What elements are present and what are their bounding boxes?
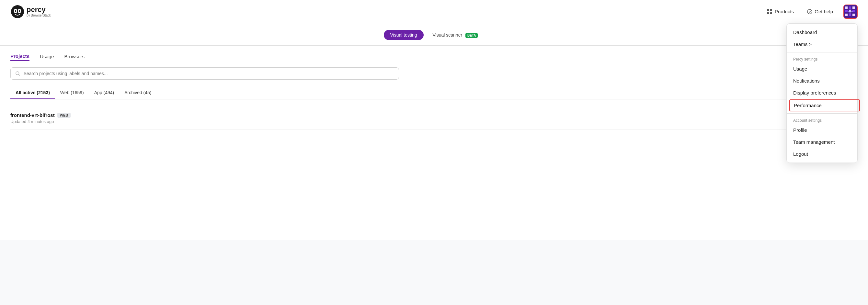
- percy-logo-icon: [10, 4, 25, 19]
- dropdown-item-team-management[interactable]: Team management: [787, 136, 857, 148]
- avatar-button[interactable]: [843, 4, 858, 19]
- svg-point-4: [19, 10, 21, 12]
- beta-badge: BETA: [465, 33, 478, 38]
- svg-rect-18: [845, 13, 847, 16]
- svg-line-24: [19, 74, 20, 76]
- gear-icon: [807, 9, 813, 14]
- dropdown-item-usage[interactable]: Usage: [787, 63, 857, 75]
- products-button[interactable]: Products: [764, 6, 797, 17]
- avatar-icon: [844, 5, 857, 18]
- get-help-button[interactable]: Get help: [804, 7, 836, 17]
- svg-point-9: [807, 9, 812, 14]
- nav-browsers[interactable]: Browsers: [64, 54, 85, 61]
- dropdown-item-notifications[interactable]: Notifications: [787, 75, 857, 87]
- svg-rect-8: [770, 12, 772, 14]
- svg-rect-12: [845, 6, 847, 9]
- tab-visual-scanner[interactable]: Visual scanner BETA: [426, 30, 485, 40]
- projects-section: Projects Usage Browsers All active (2153…: [0, 45, 868, 240]
- table-row: frontend-vrt-bifrost WEB Updated 4 minut…: [10, 107, 858, 129]
- svg-rect-7: [767, 12, 769, 14]
- dropdown-item-profile[interactable]: Profile: [787, 124, 857, 136]
- svg-rect-6: [770, 9, 772, 11]
- project-meta: Updated 4 minutes ago: [10, 119, 71, 124]
- dropdown-menu: Dashboard Teams > Percy settings Usage N…: [786, 23, 858, 163]
- svg-rect-19: [849, 13, 851, 16]
- svg-rect-5: [767, 9, 769, 11]
- search-icon: [15, 71, 21, 76]
- section-nav: Projects Usage Browsers: [10, 54, 858, 61]
- filter-archived[interactable]: Archived (45): [119, 87, 156, 99]
- dropdown-item-logout[interactable]: Logout: [787, 148, 857, 160]
- dropdown-item-display-preferences[interactable]: Display preferences: [787, 87, 857, 99]
- dropdown-section-account: Account settings: [787, 116, 857, 124]
- app-header: percy by BrowserStack Products Get help: [0, 0, 868, 23]
- products-label: Products: [775, 9, 794, 14]
- search-input[interactable]: [24, 71, 394, 76]
- filter-app[interactable]: App (494): [89, 87, 119, 99]
- logo-percy-text: percy: [27, 6, 51, 13]
- header-right: Products Get help: [764, 4, 858, 19]
- svg-rect-22: [848, 11, 853, 12]
- svg-rect-14: [852, 6, 855, 9]
- nav-usage[interactable]: Usage: [40, 54, 54, 61]
- dropdown-separator-2: [787, 113, 857, 114]
- project-info: frontend-vrt-bifrost WEB Updated 4 minut…: [10, 112, 71, 124]
- filter-web[interactable]: Web (1659): [55, 87, 89, 99]
- logo-text: percy by BrowserStack: [27, 6, 51, 17]
- nav-projects[interactable]: Projects: [10, 54, 29, 61]
- dropdown-item-dashboard[interactable]: Dashboard: [787, 26, 857, 38]
- svg-point-23: [16, 71, 19, 75]
- svg-rect-13: [849, 6, 851, 9]
- project-name: frontend-vrt-bifrost WEB: [10, 112, 71, 118]
- dropdown-section-percy: Percy settings: [787, 54, 857, 63]
- logo-area: percy by BrowserStack: [10, 4, 51, 19]
- dropdown-item-performance[interactable]: Performance: [789, 99, 860, 111]
- svg-point-0: [11, 5, 24, 18]
- svg-point-3: [15, 10, 17, 12]
- filter-tabs: All active (2153) Web (1659) App (494) A…: [10, 87, 858, 99]
- tab-visual-testing[interactable]: Visual testing: [384, 30, 424, 40]
- tab-bar: Visual testing Visual scanner BETA: [0, 23, 868, 45]
- svg-rect-15: [845, 10, 847, 12]
- grid-icon: [766, 8, 773, 15]
- logo-sub-text: by BrowserStack: [27, 13, 51, 17]
- svg-rect-17: [852, 10, 855, 12]
- svg-point-10: [809, 11, 810, 12]
- dropdown-item-teams[interactable]: Teams >: [787, 38, 857, 50]
- filter-all-active[interactable]: All active (2153): [10, 87, 55, 99]
- dropdown-separator-1: [787, 52, 857, 53]
- svg-rect-20: [852, 13, 855, 16]
- search-bar: [10, 67, 399, 80]
- web-badge: WEB: [57, 113, 71, 118]
- get-help-label: Get help: [814, 9, 833, 14]
